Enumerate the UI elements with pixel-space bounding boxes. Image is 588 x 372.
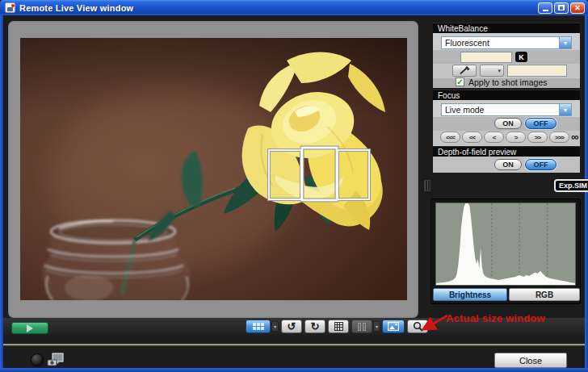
focus-mode-select[interactable]: Live mode ▼ (441, 103, 572, 116)
annotation-text: Actual size window (446, 312, 545, 324)
exp-sim-badge: Exp.SIM (554, 179, 588, 192)
focus-step-far1-button[interactable]: < (484, 132, 504, 143)
eyedropper-icon (459, 66, 471, 75)
photo-icon (388, 322, 399, 331)
focus-header: Focus (433, 90, 580, 100)
split-view-button[interactable] (351, 320, 372, 333)
status-lamp (31, 353, 44, 366)
histogram-plot (435, 203, 576, 286)
shoot-button[interactable] (11, 322, 48, 334)
wb-shift-dropdown[interactable]: ▾ (480, 65, 504, 77)
rotate-right-button[interactable]: ↻ (304, 320, 326, 333)
rotate-left-icon: ↺ (288, 321, 296, 332)
kelvin-unit-badge: K (515, 52, 527, 62)
dof-header: Depth-of-field preview (433, 146, 580, 157)
panel-grip-handle[interactable] (424, 180, 430, 191)
live-view-photo (20, 38, 407, 300)
focus-step-far3-button[interactable]: <<< (440, 132, 460, 143)
histogram-chart (436, 203, 575, 285)
minimize-icon (543, 10, 548, 11)
dof-on-button[interactable]: ON (494, 159, 522, 170)
focus-step-far2-button[interactable]: << (462, 132, 482, 143)
chevron-down-icon[interactable]: ▼ (559, 104, 571, 115)
focus-step-near3-button[interactable]: >>> (549, 132, 569, 143)
focus-step-near1-button[interactable]: > (506, 132, 526, 143)
window-border-right (585, 15, 588, 369)
tab-rgb[interactable]: RGB (509, 288, 580, 301)
grid-icon (334, 322, 343, 331)
maximize-icon (558, 5, 565, 10)
whitebalance-value: Fluorescent (442, 38, 559, 48)
titlebar[interactable]: Remote Live View window ✕ (0, 0, 588, 15)
apply-checkbox[interactable]: ✓ (456, 77, 464, 86)
kelvin-input[interactable] (460, 52, 512, 63)
remote-live-view-window: Remote Live View window ✕ (0, 0, 588, 372)
focus-step-near2-button[interactable]: >> (527, 132, 548, 143)
liveview-display-button[interactable] (382, 320, 405, 333)
chevron-down-icon[interactable]: ▼ (559, 37, 571, 48)
af-frame-dropdown[interactable]: ▾ (271, 321, 279, 332)
close-button[interactable]: Close (494, 353, 567, 368)
wb-picked-value-field[interactable] (507, 65, 567, 77)
minimize-button[interactable] (538, 2, 552, 14)
rotate-left-button[interactable]: ↺ (281, 320, 302, 333)
grid-button[interactable] (328, 320, 349, 333)
window-title: Remote Live View window (19, 3, 133, 13)
focus-on-button[interactable]: ON (494, 118, 522, 129)
split-view-icon (358, 323, 366, 331)
apply-checkbox-label: Apply to shot images (468, 77, 547, 87)
camera-monitor-icon (47, 353, 65, 367)
glass-jar (42, 220, 191, 300)
infinity-icon: ∞ (571, 131, 578, 143)
focus-mode-value: Live mode (442, 105, 559, 115)
af-frame-grid-icon (253, 323, 264, 330)
split-view-dropdown[interactable]: ▾ (373, 321, 380, 332)
whitebalance-header: WhiteBalance (433, 23, 580, 33)
shoot-icon (27, 324, 33, 332)
footer-divider-shadow (3, 345, 585, 346)
eyedropper-button[interactable] (452, 65, 477, 77)
rotate-right-icon: ↻ (311, 321, 320, 332)
af-frame-button[interactable] (246, 320, 271, 333)
close-window-button[interactable]: ✕ (570, 2, 585, 14)
tab-brightness[interactable]: Brightness (433, 288, 507, 301)
whitebalance-select[interactable]: Fluorescent ▼ (441, 36, 572, 49)
dof-off-button[interactable]: OFF (525, 159, 556, 170)
window-border-left (0, 15, 3, 369)
window-border-bottom (0, 368, 588, 372)
maximize-button[interactable] (554, 2, 569, 14)
focus-off-button[interactable]: OFF (525, 118, 556, 129)
histogram-area (436, 203, 575, 285)
app-icon (5, 2, 15, 13)
